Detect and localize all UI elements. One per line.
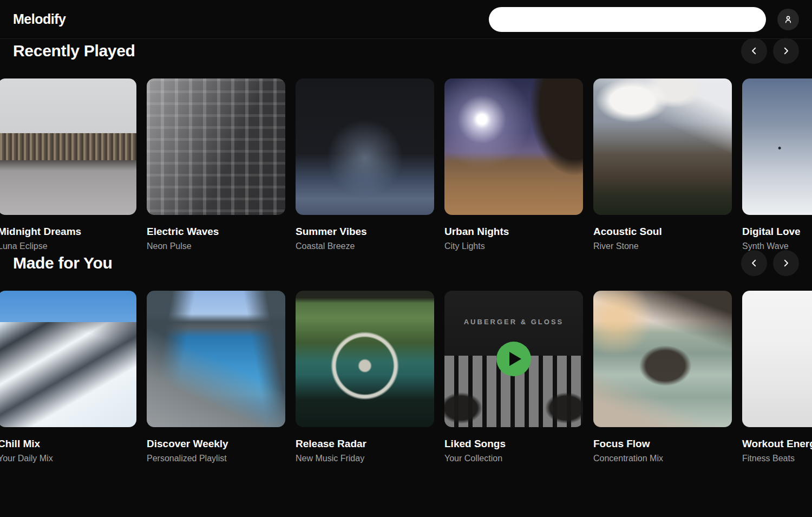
playlist-card[interactable]: Chill Mix Your Daily Mix bbox=[0, 291, 136, 463]
chevron-right-icon bbox=[781, 46, 791, 56]
playlist-cover-photo bbox=[742, 291, 812, 427]
carousel-prev-button[interactable] bbox=[741, 250, 767, 276]
playlist-subtitle: City Lights bbox=[444, 241, 583, 251]
play-icon bbox=[509, 352, 521, 366]
playlist-cover-photo bbox=[444, 78, 583, 215]
playlist-subtitle: Fitness Beats bbox=[742, 454, 812, 463]
user-profile-button[interactable] bbox=[777, 9, 799, 30]
playlist-title: Digital Love bbox=[742, 226, 812, 238]
search-input[interactable] bbox=[489, 7, 766, 32]
playlist-subtitle: Concentration Mix bbox=[593, 454, 732, 463]
playlist-cover-photo bbox=[296, 78, 434, 215]
playlist-title: Midnight Dreams bbox=[0, 226, 136, 238]
playlist-card[interactable]: Summer Vibes Coastal Breeze bbox=[296, 78, 434, 251]
playlist-title: Electric Waves bbox=[147, 226, 285, 238]
playlist-title: Focus Flow bbox=[593, 438, 732, 450]
playlist-subtitle: River Stone bbox=[593, 241, 732, 251]
playlist-card[interactable]: Acoustic Soul River Stone bbox=[593, 78, 732, 251]
chevron-left-icon bbox=[749, 46, 759, 56]
carousel-section: Recently Played bbox=[0, 39, 812, 251]
carousel-track: Chill Mix Your Daily Mix Discover Weekly… bbox=[0, 291, 812, 463]
app-header: Melodify bbox=[0, 0, 812, 39]
playlist-card[interactable]: Midnight Dreams Luna Eclipse bbox=[0, 78, 136, 251]
carousel-section: Made for You bbox=[0, 251, 812, 463]
playlist-card[interactable]: Discover Weekly Personalized Playlist bbox=[147, 291, 285, 463]
app-logo: Melodify bbox=[13, 11, 66, 27]
playlist-card[interactable]: Release Radar New Music Friday bbox=[296, 291, 434, 463]
main-content: Recently Played bbox=[0, 39, 812, 463]
carousel-prev-button[interactable] bbox=[741, 38, 767, 64]
play-button[interactable] bbox=[496, 342, 531, 376]
playlist-title: Acoustic Soul bbox=[593, 226, 732, 238]
playlist-cover-photo bbox=[0, 291, 136, 427]
carousel-next-button[interactable] bbox=[773, 250, 799, 276]
playlist-cover-photo bbox=[147, 291, 285, 427]
playlist-cover-photo bbox=[742, 78, 812, 215]
playlist-subtitle: Luna Eclipse bbox=[0, 241, 136, 251]
playlist-subtitle: Neon Pulse bbox=[147, 241, 285, 251]
playlist-card[interactable]: Workout Energy Fitness Beats bbox=[742, 291, 812, 463]
playlist-subtitle: Your Daily Mix bbox=[0, 454, 136, 463]
playlist-cover-photo bbox=[593, 291, 732, 427]
carousel-next-button[interactable] bbox=[773, 38, 799, 64]
playlist-cover-photo bbox=[147, 78, 285, 215]
playlist-title: Liked Songs bbox=[444, 438, 583, 450]
chevron-left-icon bbox=[749, 258, 759, 268]
playlist-subtitle: Coastal Breeze bbox=[296, 241, 434, 251]
chevron-right-icon bbox=[781, 258, 791, 268]
playlist-card[interactable]: Electric Waves Neon Pulse bbox=[147, 78, 285, 251]
playlist-title: Summer Vibes bbox=[296, 226, 434, 238]
playlist-card[interactable]: Urban Nights City Lights bbox=[444, 78, 583, 251]
section-title: Recently Played bbox=[13, 42, 135, 60]
playlist-cover-photo: AUBERGER & GLOSS bbox=[444, 291, 583, 427]
carousel-track: Midnight Dreams Luna Eclipse Electric Wa… bbox=[0, 78, 812, 251]
playlist-title: Chill Mix bbox=[0, 438, 136, 450]
playlist-subtitle: New Music Friday bbox=[296, 454, 434, 463]
playlist-card[interactable]: Focus Flow Concentration Mix bbox=[593, 291, 732, 463]
playlist-cover-photo bbox=[296, 291, 434, 427]
section-title: Made for You bbox=[13, 254, 113, 272]
playlist-title: Release Radar bbox=[296, 438, 434, 450]
playlist-subtitle: Your Collection bbox=[444, 454, 583, 463]
playlist-title: Workout Energy bbox=[742, 438, 812, 450]
playlist-card[interactable]: AUBERGER & GLOSS Liked Songs Your Collec… bbox=[444, 291, 583, 463]
playlist-cover-photo bbox=[0, 78, 136, 215]
user-icon bbox=[783, 14, 794, 25]
playlist-cover-photo bbox=[593, 78, 732, 215]
playlist-subtitle: Personalized Playlist bbox=[147, 454, 285, 463]
playlist-title: Urban Nights bbox=[444, 226, 583, 238]
playlist-title: Discover Weekly bbox=[147, 438, 285, 450]
cover-photo-text: AUBERGER & GLOSS bbox=[444, 318, 583, 326]
playlist-card[interactable]: Digital Love Synth Wave bbox=[742, 78, 812, 251]
